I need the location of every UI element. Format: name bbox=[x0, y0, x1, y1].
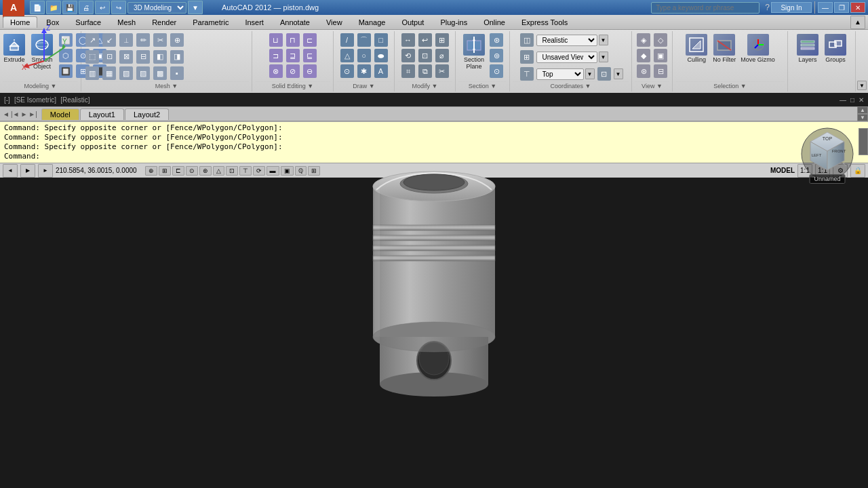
status-dyn[interactable]: ⟳ bbox=[253, 166, 265, 176]
section-plane-button[interactable]: SectionPlane bbox=[460, 33, 488, 71]
view-sel-1[interactable]: ◈ bbox=[635, 33, 652, 47]
mesh-tool-18[interactable]: ▪ bbox=[169, 66, 185, 81]
viewport-max-btn[interactable]: □ bbox=[850, 96, 854, 104]
view-sel-5[interactable]: ⊛ bbox=[635, 64, 652, 79]
tab-express[interactable]: Express Tools bbox=[514, 16, 575, 28]
tab-layout2[interactable]: Layout2 bbox=[125, 108, 169, 120]
viewport-minus[interactable]: [-] bbox=[4, 96, 10, 104]
mesh-tool-7[interactable]: ⬚ bbox=[84, 49, 100, 64]
mesh-tool-8[interactable]: ⊡ bbox=[101, 49, 117, 64]
modify-btn-9[interactable]: ✂ bbox=[434, 64, 450, 79]
view-sel-3[interactable]: ◆ bbox=[635, 48, 652, 63]
status-aec[interactable]: ⊡ bbox=[226, 166, 238, 176]
status-ducs[interactable]: ⊤ bbox=[239, 166, 252, 176]
mesh-tool-12[interactable]: ◨ bbox=[169, 49, 185, 64]
modify-btn-1[interactable]: ↔ bbox=[400, 33, 416, 47]
viewport-realistic[interactable]: [Realistic] bbox=[60, 96, 90, 104]
view-sel-6[interactable]: ⊟ bbox=[652, 64, 669, 79]
status-grid[interactable]: ⊞ bbox=[159, 166, 171, 176]
mesh-tool-13[interactable]: ▥ bbox=[84, 66, 100, 81]
section-small-2[interactable]: ⊚ bbox=[488, 48, 505, 63]
draw-btn-9[interactable]: A bbox=[373, 64, 389, 79]
status-ortho[interactable]: ⊏ bbox=[172, 166, 184, 176]
mesh-tool-16[interactable]: ▨ bbox=[135, 66, 151, 81]
open-btn[interactable]: 📁 bbox=[46, 1, 61, 14]
ribbon-expand[interactable]: ▼ bbox=[857, 81, 867, 90]
mesh-tool-11[interactable]: ◧ bbox=[152, 49, 168, 64]
modify-btn-4[interactable]: ⟲ bbox=[400, 48, 416, 63]
draw-btn-8[interactable]: ✱ bbox=[356, 64, 372, 79]
view-icon-1[interactable]: ◫ bbox=[519, 33, 535, 47]
view-sel-2[interactable]: ◇ bbox=[652, 33, 669, 47]
top-dropdown[interactable]: ▼ bbox=[585, 68, 595, 79]
modify-btn-5[interactable]: ⊡ bbox=[417, 48, 433, 63]
visual-style-select[interactable]: Realistic bbox=[536, 35, 597, 46]
view-sel-4[interactable]: ▣ bbox=[652, 48, 669, 63]
tab-manage[interactable]: Manage bbox=[351, 16, 393, 28]
status-play[interactable]: ▶ bbox=[20, 164, 35, 178]
viewport-close-btn[interactable]: ✕ bbox=[859, 96, 864, 104]
mesh-tool-3[interactable]: ⟂ bbox=[118, 33, 134, 47]
draw-btn-3[interactable]: □ bbox=[373, 33, 389, 47]
viewport-isometric[interactable]: [SE Isometric] bbox=[14, 96, 56, 104]
tab-online[interactable]: Online bbox=[476, 16, 513, 28]
restore-button[interactable]: ❐ bbox=[834, 2, 849, 13]
section-small-3[interactable]: ⊙ bbox=[488, 64, 505, 79]
tab-model[interactable]: Model bbox=[41, 108, 79, 120]
tab-annotate[interactable]: Annotate bbox=[273, 16, 317, 28]
mesh-tool-15[interactable]: ▧ bbox=[118, 66, 134, 81]
view-icon-2[interactable]: ⊞ bbox=[519, 49, 535, 64]
modify-btn-2[interactable]: ↩ bbox=[417, 33, 433, 47]
tab-output[interactable]: Output bbox=[394, 16, 431, 28]
solid-btn-1[interactable]: ⊔ bbox=[268, 33, 284, 47]
undo-btn[interactable]: ↩ bbox=[95, 1, 110, 14]
solid-btn-9[interactable]: ⊖ bbox=[302, 64, 318, 79]
redo-btn[interactable]: ↪ bbox=[111, 1, 126, 14]
modify-btn-7[interactable]: ⌗ bbox=[400, 64, 416, 79]
mesh-tool-4[interactable]: ✏ bbox=[135, 33, 151, 47]
solid-btn-7[interactable]: ⊗ bbox=[268, 64, 284, 79]
workspace-dropdown[interactable]: ▼ bbox=[188, 1, 203, 14]
scroll-down[interactable]: ▼ bbox=[857, 114, 868, 121]
search-input[interactable] bbox=[651, 2, 760, 14]
scroll-up[interactable]: ▲ bbox=[857, 106, 868, 114]
solid-btn-3[interactable]: ⊏ bbox=[302, 33, 318, 47]
status-qp[interactable]: ℚ bbox=[295, 166, 307, 176]
tab-insert[interactable]: Insert bbox=[237, 16, 271, 28]
draw-btn-5[interactable]: ○ bbox=[356, 48, 372, 63]
solid-btn-5[interactable]: ⊒ bbox=[285, 48, 301, 63]
mesh-tool-10[interactable]: ⊟ bbox=[135, 49, 151, 64]
draw-btn-2[interactable]: ⌒ bbox=[356, 33, 372, 47]
status-sc[interactable]: ⊞ bbox=[308, 166, 320, 176]
tab-render[interactable]: Render bbox=[144, 16, 184, 28]
status-otrack[interactable]: △ bbox=[213, 166, 224, 176]
view-select[interactable]: Unsaved View bbox=[536, 52, 597, 63]
solid-btn-8[interactable]: ⊘ bbox=[285, 64, 301, 79]
draw-btn-6[interactable]: ⬬ bbox=[373, 48, 389, 63]
mesh-tool-14[interactable]: ▦ bbox=[101, 66, 117, 81]
minimize-button[interactable]: — bbox=[818, 2, 833, 13]
mesh-tool-5[interactable]: ✂ bbox=[152, 33, 168, 47]
solid-btn-6[interactable]: ⊑ bbox=[302, 48, 318, 63]
save-btn[interactable]: 💾 bbox=[62, 1, 77, 14]
solid-btn-2[interactable]: ⊓ bbox=[285, 33, 301, 47]
status-tmodel[interactable]: ▣ bbox=[281, 166, 294, 176]
scroll-thumb[interactable] bbox=[859, 128, 868, 155]
mesh-tool-9[interactable]: ⊠ bbox=[118, 49, 134, 64]
mesh-tool-6[interactable]: ⊕ bbox=[169, 33, 185, 47]
tab-plugins[interactable]: Plug-ins bbox=[433, 16, 475, 28]
view-icon-3[interactable]: ⊤ bbox=[519, 66, 535, 81]
tab-layout1[interactable]: Layout1 bbox=[80, 108, 124, 120]
layers-button[interactable]: Layers bbox=[794, 33, 821, 64]
modify-btn-6[interactable]: ⌀ bbox=[434, 48, 450, 63]
viewport-min-btn[interactable]: — bbox=[840, 96, 846, 104]
view-extra-dropdown[interactable]: ▼ bbox=[614, 68, 623, 79]
section-small-1[interactable]: ⊛ bbox=[488, 33, 505, 47]
top-select[interactable]: Top bbox=[536, 68, 584, 80]
print-btn[interactable]: 🖨 bbox=[79, 1, 94, 14]
culling-button[interactable]: Culling bbox=[683, 33, 710, 64]
ribbon-toggle[interactable]: ▲ bbox=[850, 16, 865, 29]
status-lw[interactable]: ▬ bbox=[267, 166, 279, 176]
solid-btn-4[interactable]: ⊐ bbox=[268, 48, 284, 63]
mesh-tool-17[interactable]: ▩ bbox=[152, 66, 168, 81]
